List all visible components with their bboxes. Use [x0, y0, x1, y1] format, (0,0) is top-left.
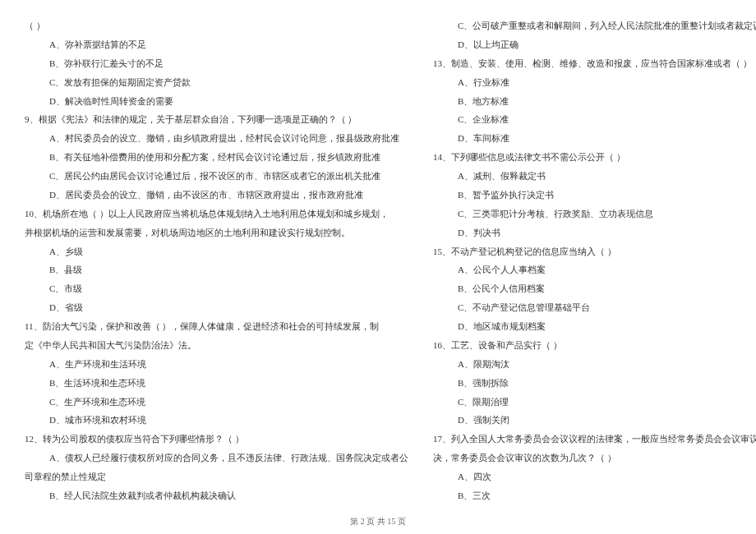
- option-15-b: B、公民个人信用档案: [433, 279, 756, 298]
- option-15-c: C、不动产登记信息管理基础平台: [433, 298, 756, 317]
- question-10-stem-line1: 10、机场所在地（ ）以上人民政府应当将机场总体规划纳入土地利用总体规划和城乡规…: [25, 205, 408, 223]
- option-16-c: C、限期治理: [433, 393, 756, 412]
- right-column: C、公司破产重整或者和解期间，列入经人民法院批准的重整计划或者裁定认可的和解协议…: [433, 16, 756, 505]
- option-11-d: D、城市环境和农村环境: [25, 411, 408, 430]
- option-9-c: C、居民公约由居民会议讨论通过后，报不设区的市、市辖区或者它的派出机关批准: [25, 167, 408, 186]
- option-12-a-line2: 司章程的禁止性规定: [25, 467, 408, 486]
- option-12-a-line1: A、债权人已经履行债权所对应的合同义务，且不违反法律、行政法规、国务院决定或者公: [25, 449, 408, 467]
- option-11-a: A、生产环境和生活环境: [25, 355, 408, 374]
- page-footer: 第 2 页 共 15 页: [0, 516, 756, 527]
- option-9-d: D、居民委员会的设立、撤销，由不设区的市、市辖区政府提出，报市政府批准: [25, 186, 408, 205]
- option-17-a: A、四次: [433, 467, 756, 486]
- option-11-c: C、生产环境和生态环境: [25, 393, 408, 412]
- option-14-d: D、判决书: [433, 223, 756, 242]
- question-14-stem: 14、下列哪些信息或法律文书不需公示公开（ ）: [433, 148, 756, 167]
- question-11-stem-line2: 定《中华人民共和国大气污染防治法》法。: [25, 336, 408, 355]
- option-15-d: D、地区城市规划档案: [433, 317, 756, 336]
- left-column: （ ） A、弥补票据结算的不足 B、弥补联行汇差头寸的不足 C、发放有担保的短期…: [25, 16, 408, 505]
- option-9-b: B、有关征地补偿费用的使用和分配方案，经村民会议讨论通过后，报乡镇政府批准: [25, 148, 408, 167]
- option-16-d: D、强制关闭: [433, 411, 756, 430]
- option-8-c: C、发放有担保的短期固定资产贷款: [25, 73, 408, 92]
- option-10-a: A、乡级: [25, 242, 408, 261]
- question-17-stem-line2: 决，常务委员会会议审议的次数为几次？（ ）: [433, 449, 756, 467]
- option-8-d: D、解决临时性周转资金的需要: [25, 92, 408, 111]
- option-12-d: D、以上均正确: [433, 35, 756, 54]
- option-9-a: A、村民委员会的设立、撤销，由乡镇政府提出，经村民会议讨论同意，报县级政府批准: [25, 129, 408, 148]
- question-10-stem-line2: 并根据机场的运营和发展需要，对机场周边地区的土地利用和建设实行规划控制。: [25, 223, 408, 242]
- option-10-c: C、市级: [25, 279, 408, 298]
- question-16-stem: 16、工艺、设备和产品实行（ ）: [433, 336, 756, 355]
- question-9-stem: 9、根据《宪法》和法律的规定，关于基层群众自治，下列哪一选项是正确的？（ ）: [25, 110, 408, 129]
- option-13-a: A、行业标准: [433, 73, 756, 92]
- question-13-stem: 13、制造、安装、使用、检测、维修、改造和报废，应当符合国家标准或者（ ）: [433, 54, 756, 73]
- option-8-b: B、弥补联行汇差头寸的不足: [25, 54, 408, 73]
- option-13-d: D、车间标准: [433, 129, 756, 148]
- option-14-a: A、减刑、假释裁定书: [433, 167, 756, 186]
- question-11-stem-line1: 11、防治大气污染，保护和改善（ ），保障人体健康，促进经济和社会的可持续发展，…: [25, 317, 408, 336]
- option-12-b: B、经人民法院生效裁判或者仲裁机构裁决确认: [25, 486, 408, 505]
- question-17-stem-line1: 17、列入全国人大常务委员会会议议程的法律案，一般应当经常务委员会会议审议后再交…: [433, 430, 756, 449]
- two-column-layout: （ ） A、弥补票据结算的不足 B、弥补联行汇差头寸的不足 C、发放有担保的短期…: [25, 16, 731, 505]
- option-11-b: B、生活环境和生态环境: [25, 374, 408, 393]
- option-16-b: B、强制拆除: [433, 374, 756, 393]
- option-14-b: B、暂予监外执行决定书: [433, 186, 756, 205]
- option-13-c: C、企业标准: [433, 110, 756, 129]
- option-14-c: C、三类罪犯计分考核、行政奖励、立功表现信息: [433, 205, 756, 223]
- option-15-a: A、公民个人人事档案: [433, 260, 756, 279]
- option-12-c: C、公司破产重整或者和解期间，列入经人民法院批准的重整计划或者裁定认可的和解协议…: [433, 16, 756, 35]
- question-15-stem: 15、不动产登记机构登记的信息应当纳入（ ）: [433, 242, 756, 261]
- option-10-d: D、省级: [25, 298, 408, 317]
- option-17-b: B、三次: [433, 486, 756, 505]
- option-8-a: A、弥补票据结算的不足: [25, 35, 408, 54]
- question-8-continuation: （ ）: [25, 16, 408, 35]
- option-10-b: B、县级: [25, 260, 408, 279]
- option-16-a: A、限期淘汰: [433, 355, 756, 374]
- question-12-stem: 12、转为公司股权的债权应当符合下列哪些情形？（ ）: [25, 430, 408, 449]
- option-13-b: B、地方标准: [433, 92, 756, 111]
